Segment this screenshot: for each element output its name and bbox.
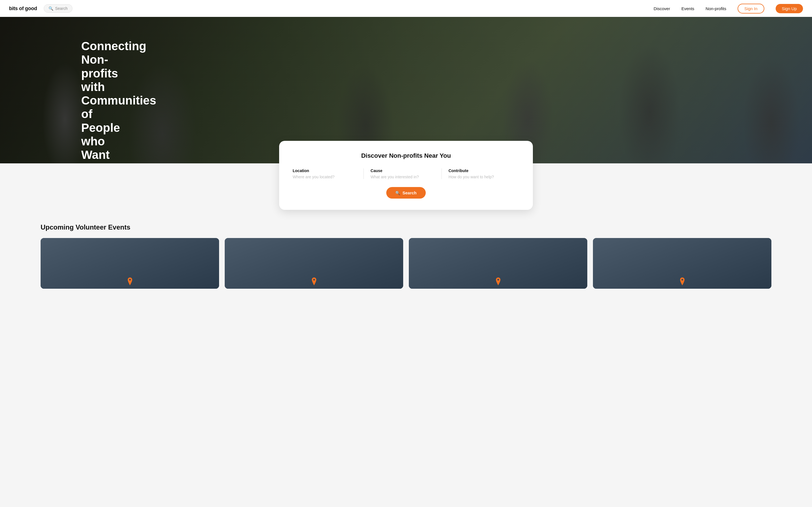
nav-link-nonprofits[interactable]: Non-profits xyxy=(706,6,726,11)
filter-location-placeholder: Where are you located? xyxy=(293,175,357,179)
event-pin-icon xyxy=(495,277,502,284)
upcoming-section: Upcoming Volunteer Events xyxy=(0,210,812,300)
search-btn-icon: 🔍 xyxy=(395,191,400,195)
filter-location[interactable]: Location Where are you located? xyxy=(293,168,364,179)
navbar: bits of good 🔍 Search Discover Events No… xyxy=(0,0,812,17)
event-card[interactable] xyxy=(225,238,403,289)
filter-cause[interactable]: Cause What are you interested in? xyxy=(364,168,442,179)
discover-search-container: 🔍 Search xyxy=(293,187,519,199)
event-pin-icon xyxy=(311,277,317,284)
event-cards-grid xyxy=(41,238,771,289)
upcoming-title: Upcoming Volunteer Events xyxy=(41,223,771,231)
signin-button[interactable]: Sign In xyxy=(738,4,764,13)
discover-filters: Location Where are you located? Cause Wh… xyxy=(293,168,519,179)
discover-card: Discover Non-profits Near You Location W… xyxy=(279,141,533,210)
discover-section: Discover Non-profits Near You Location W… xyxy=(0,141,812,210)
nav-search-bar[interactable]: 🔍 Search xyxy=(44,4,72,13)
signup-button[interactable]: Sign Up xyxy=(776,4,803,13)
filter-contribute[interactable]: Contribute How do you want to help? xyxy=(442,168,519,179)
filter-contribute-placeholder: How do you want to help? xyxy=(449,175,513,179)
filter-cause-placeholder: What are you interested in? xyxy=(370,175,435,179)
discover-search-label: Search xyxy=(402,190,416,195)
filter-cause-label: Cause xyxy=(370,168,435,173)
search-icon: 🔍 xyxy=(49,6,53,11)
event-card[interactable] xyxy=(41,238,219,289)
nav-links: Discover Events Non-profits Sign In Sign… xyxy=(654,4,803,13)
event-pin-icon xyxy=(679,277,686,284)
event-card[interactable] xyxy=(593,238,771,289)
event-card[interactable] xyxy=(409,238,587,289)
discover-search-button[interactable]: 🔍 Search xyxy=(386,187,425,199)
site-logo: bits of good xyxy=(9,6,37,11)
filter-contribute-label: Contribute xyxy=(449,168,513,173)
nav-link-discover[interactable]: Discover xyxy=(654,6,670,11)
nav-link-events[interactable]: Events xyxy=(681,6,695,11)
event-pin-icon xyxy=(126,277,133,284)
nav-search-label: Search xyxy=(55,6,67,11)
filter-location-label: Location xyxy=(293,168,357,173)
discover-title: Discover Non-profits Near You xyxy=(293,152,519,159)
